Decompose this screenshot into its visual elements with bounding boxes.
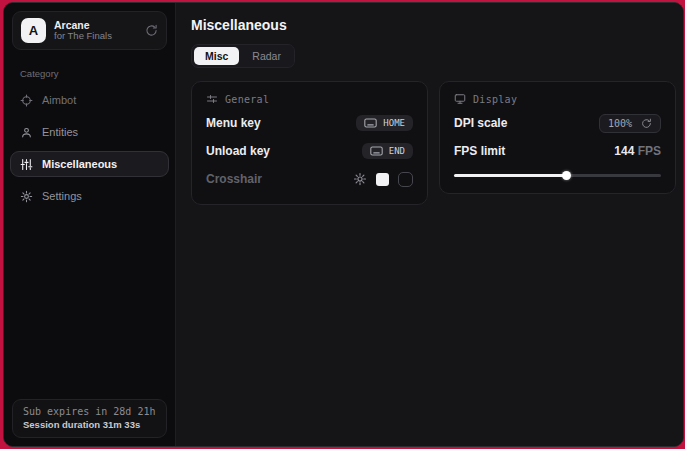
tab-bar: Misc Radar bbox=[191, 44, 295, 68]
fps-limit-slider[interactable] bbox=[454, 171, 661, 180]
fps-limit-row: FPS limit 144 FPS bbox=[454, 139, 661, 163]
crosshair-color-swatch[interactable] bbox=[376, 173, 389, 186]
sidebar-item-entities[interactable]: Entities bbox=[10, 119, 169, 145]
sidebar: A Arcane for The Finals Category Aimbot bbox=[4, 3, 176, 446]
sliders-icon bbox=[20, 158, 33, 171]
keyboard-icon bbox=[370, 146, 383, 156]
unload-key-bind-button[interactable]: END bbox=[362, 143, 413, 159]
unload-key-value: END bbox=[389, 146, 405, 156]
menu-key-label: Menu key bbox=[206, 116, 261, 130]
sidebar-nav: Aimbot Entities Miscellaneous bbox=[4, 83, 175, 213]
brand-logo: A bbox=[21, 18, 46, 43]
brand-text: Arcane for The Finals bbox=[54, 19, 137, 42]
dpi-scale-control[interactable]: 100% bbox=[599, 114, 661, 133]
sidebar-item-aimbot[interactable]: Aimbot bbox=[10, 87, 169, 113]
cards-row: General Menu key HOME Unload key bbox=[191, 81, 676, 205]
dpi-scale-label: DPI scale bbox=[454, 116, 507, 130]
brand-subtitle: for The Finals bbox=[54, 31, 137, 42]
subscription-card: Sub expires in 28d 21h Session duration … bbox=[12, 399, 167, 438]
fps-slider-fill bbox=[454, 174, 566, 177]
display-card: Display DPI scale 100% FPS limit bbox=[439, 81, 676, 194]
general-card: General Menu key HOME Unload key bbox=[191, 81, 428, 205]
gear-icon bbox=[20, 190, 33, 203]
sidebar-item-label: Aimbot bbox=[42, 94, 76, 106]
app-window: A Arcane for The Finals Category Aimbot bbox=[3, 2, 684, 447]
entities-icon bbox=[20, 126, 33, 139]
dpi-scale-value: 100% bbox=[608, 118, 632, 129]
crosshair-icon bbox=[20, 94, 33, 107]
unload-key-row: Unload key END bbox=[206, 139, 413, 163]
menu-key-value: HOME bbox=[383, 118, 405, 128]
main-content: Miscellaneous Misc Radar General Menu ke… bbox=[176, 3, 684, 446]
refresh-icon[interactable] bbox=[145, 24, 158, 37]
menu-key-bind-button[interactable]: HOME bbox=[356, 115, 413, 131]
sidebar-item-miscellaneous[interactable]: Miscellaneous bbox=[10, 151, 169, 177]
sub-expires-text: Sub expires in 28d 21h bbox=[23, 406, 156, 417]
menu-key-row: Menu key HOME bbox=[206, 111, 413, 135]
fps-slider-thumb[interactable] bbox=[562, 171, 571, 180]
crosshair-label: Crosshair bbox=[206, 172, 262, 186]
fps-limit-label: FPS limit bbox=[454, 144, 505, 158]
brand-card: A Arcane for The Finals bbox=[12, 11, 167, 50]
tab-misc[interactable]: Misc bbox=[194, 47, 239, 65]
display-card-title: Display bbox=[473, 94, 517, 105]
sidebar-item-label: Entities bbox=[42, 126, 78, 138]
sliders-horizontal-icon bbox=[206, 93, 218, 105]
sidebar-item-label: Miscellaneous bbox=[42, 158, 117, 170]
crosshair-checkbox[interactable] bbox=[398, 172, 413, 187]
sidebar-item-label: Settings bbox=[42, 190, 82, 202]
page-title: Miscellaneous bbox=[191, 17, 676, 33]
keyboard-icon bbox=[364, 118, 377, 128]
crosshair-row: Crosshair bbox=[206, 167, 413, 191]
crosshair-controls bbox=[353, 172, 413, 187]
dpi-scale-row: DPI scale 100% bbox=[454, 111, 661, 135]
monitor-icon bbox=[454, 93, 466, 105]
category-label: Category bbox=[20, 68, 159, 79]
fps-limit-value: 144 FPS bbox=[614, 144, 661, 158]
general-card-title: General bbox=[225, 94, 269, 105]
general-card-header: General bbox=[206, 93, 413, 105]
sidebar-item-settings[interactable]: Settings bbox=[10, 183, 169, 209]
session-duration-text: Session duration 31m 33s bbox=[23, 419, 156, 430]
crosshair-settings-gear-icon[interactable] bbox=[353, 172, 367, 186]
sidebar-spacer bbox=[4, 213, 175, 391]
unload-key-label: Unload key bbox=[206, 144, 270, 158]
display-card-header: Display bbox=[454, 93, 661, 105]
fps-unit: FPS bbox=[634, 144, 661, 158]
reset-refresh-icon[interactable] bbox=[641, 118, 652, 129]
tab-radar[interactable]: Radar bbox=[241, 47, 292, 65]
